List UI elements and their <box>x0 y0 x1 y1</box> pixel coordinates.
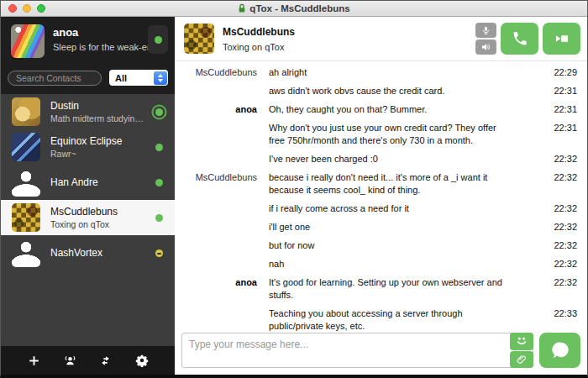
mute-microphone-button[interactable] <box>475 23 496 38</box>
contact-avatar <box>12 168 40 197</box>
send-bubble-icon <box>549 339 571 361</box>
contact-avatar <box>12 133 40 161</box>
contact-avatar <box>12 203 40 232</box>
search-row: All <box>1 66 175 94</box>
search-contacts-input[interactable] <box>8 71 102 86</box>
friend-avatar[interactable] <box>184 24 214 54</box>
message-text: Oh, they caught you on that? Bummer. <box>269 103 514 116</box>
smiley-icon <box>515 334 528 348</box>
message-timestamp: 22:29 <box>538 66 577 79</box>
qtox-window: qTox - MsCuddlebuns anoa Sleep is for th… <box>0 0 588 378</box>
contact-list-item[interactable]: Han Andre <box>1 165 175 200</box>
message-text: i'll get one <box>269 221 514 234</box>
video-call-icon <box>553 30 571 47</box>
message-author: anoa <box>183 276 257 289</box>
message-author: MsCuddlebuns <box>183 66 257 79</box>
online-status-icon <box>155 36 162 44</box>
contact-list: Dustin Math midterm studying... Equinox … <box>1 94 175 346</box>
message-timestamp: 22:31 <box>538 122 577 134</box>
message-text: Why don't you just use your own credit c… <box>269 122 514 147</box>
transfers-button[interactable] <box>95 349 117 371</box>
self-status-button[interactable] <box>148 25 168 54</box>
contact-avatar <box>12 97 40 126</box>
chat-area: MsCuddlebuns Toxing on qTox <box>175 17 587 375</box>
friend-name: MsCuddlebuns <box>223 26 295 38</box>
zoom-window-button[interactable] <box>37 4 45 13</box>
message-timestamp: 22:31 <box>538 85 577 97</box>
contact-list-item[interactable]: NashVortex <box>1 235 175 270</box>
settings-button[interactable] <box>131 349 153 371</box>
message-row: I've never been charged :0 22:32 <box>183 153 577 165</box>
minimize-window-button[interactable] <box>23 4 31 13</box>
message-timestamp: 22:32 <box>538 171 577 184</box>
composer <box>175 331 587 375</box>
self-name: anoa <box>53 26 160 39</box>
self-avatar[interactable] <box>11 24 45 58</box>
contact-name: Han Andre <box>50 176 145 188</box>
message-timestamp: 22:32 <box>538 153 577 165</box>
chat-header: MsCuddlebuns Toxing on qTox <box>175 17 587 61</box>
window-title: qTox - MsCuddlebuns <box>238 3 349 13</box>
message-row: aws didn't work obvs cause the credit ca… <box>183 85 577 97</box>
contact-list-item[interactable]: MsCuddlebuns Toxing on qTox <box>1 200 175 235</box>
paperclip-icon <box>516 354 528 365</box>
video-call-button[interactable] <box>543 23 580 55</box>
phone-icon <box>512 30 528 47</box>
main-area: anoa Sleep is for the weak-end. All <box>1 17 587 375</box>
create-group-button[interactable] <box>59 349 81 371</box>
message-text: because i really don't need it... it's m… <box>269 171 514 197</box>
message-timestamp: 22:33 <box>538 307 577 320</box>
contact-list-item[interactable]: Equinox Eclipse Rawr~ <box>1 129 175 165</box>
contact-status-message: Rawr~ <box>50 149 145 159</box>
message-input-wrap <box>181 333 533 368</box>
emoji-button[interactable] <box>510 333 533 350</box>
filter-selected-value: All <box>109 73 154 83</box>
self-status-message: Sleep is for the weak-end. <box>53 42 160 52</box>
message-row: MsCuddlebuns because i really don't need… <box>183 171 577 197</box>
add-contact-button[interactable] <box>23 349 45 371</box>
contact-name: MsCuddlebuns <box>50 206 145 218</box>
message-text: It's good for learning. Setting up your … <box>269 276 514 302</box>
contact-status-icon <box>155 249 163 257</box>
message-text: if i really come across a need for it <box>269 202 514 215</box>
contact-status-icon <box>155 144 163 151</box>
plus-icon <box>28 354 40 367</box>
contact-status-icon <box>155 179 163 186</box>
message-input[interactable] <box>182 333 533 367</box>
message-row: Why don't you just use your own credit c… <box>183 122 577 147</box>
contact-status-message: Toxing on qTox <box>50 219 145 229</box>
contact-name: Equinox Eclipse <box>50 135 145 147</box>
close-window-button[interactable] <box>8 4 17 13</box>
contact-status-message: Math midterm studying... <box>50 113 145 123</box>
gear-icon <box>135 354 149 367</box>
message-timestamp: 22:32 <box>538 202 577 215</box>
message-row: but for now 22:32 <box>183 239 577 252</box>
speaker-icon <box>480 42 491 52</box>
contact-list-item[interactable]: Dustin Math midterm studying... <box>1 94 175 129</box>
friend-status-message: Toxing on qTox <box>223 42 295 52</box>
message-timestamp: 22:32 <box>538 276 577 289</box>
attach-file-button[interactable] <box>510 351 533 369</box>
contact-filter-dropdown[interactable]: All <box>109 70 168 86</box>
call-controls <box>475 23 580 55</box>
contact-status-icon <box>155 108 163 116</box>
message-row: anoa It's good for learning. Setting up … <box>183 276 577 302</box>
message-row: if i really come across a need for it 22… <box>183 202 577 215</box>
mute-speaker-button[interactable] <box>475 39 496 55</box>
lock-icon <box>238 3 246 13</box>
message-history: MsCuddlebuns ah alright 22:29 aws didn't… <box>175 61 587 331</box>
message-timestamp: 22:32 <box>538 239 577 252</box>
self-profile[interactable]: anoa Sleep is for the weak-end. <box>1 17 175 66</box>
message-timestamp: 22:32 <box>538 221 577 234</box>
transfers-icon <box>99 354 112 367</box>
sidebar-toolbar <box>1 346 175 375</box>
message-author: anoa <box>183 103 257 116</box>
audio-call-button[interactable] <box>501 23 538 55</box>
message-timestamp: 22:31 <box>538 103 577 116</box>
microphone-icon <box>481 25 491 35</box>
send-message-button[interactable] <box>539 333 580 368</box>
message-author: MsCuddlebuns <box>183 171 257 184</box>
dropdown-stepper-icon <box>154 71 167 85</box>
contact-name: NashVortex <box>50 247 145 259</box>
traffic-lights <box>8 1 45 16</box>
